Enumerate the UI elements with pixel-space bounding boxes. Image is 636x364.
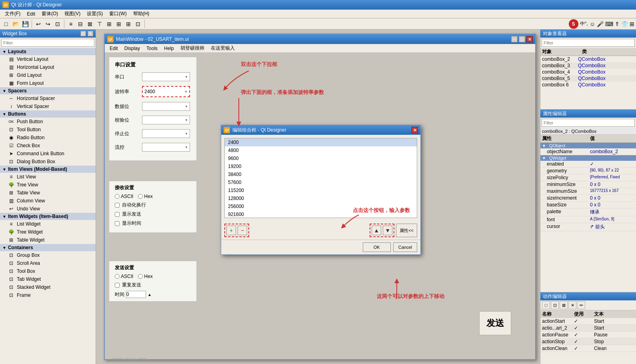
send-hex-radio[interactable] xyxy=(138,274,143,279)
widget-item-list-widget[interactable]: ≡ List Widget xyxy=(0,220,96,228)
widget-item-grid-layout[interactable]: ⊞ Grid Layout xyxy=(0,71,96,79)
list-item[interactable]: 4800 xyxy=(225,146,417,154)
list-item[interactable]: 19200 xyxy=(225,162,417,170)
widget-item-push-button[interactable]: OK Push Button xyxy=(0,118,96,126)
toolbar-undo[interactable]: ↩ xyxy=(34,20,43,28)
table-row[interactable]: comboBox_4 QComboBox xyxy=(540,69,636,75)
dialog-ok-btn[interactable]: OK xyxy=(363,242,391,252)
receive-ascii-radio[interactable] xyxy=(115,194,120,199)
widget-item-tree-view[interactable]: 🌳 Tree View xyxy=(0,181,96,189)
toolbar-layout6[interactable]: ⊞ xyxy=(114,20,123,28)
widget-item-form-layout[interactable]: ▦ Form Layout xyxy=(0,79,96,87)
widget-item-group-box[interactable]: ⊡ Group Box xyxy=(0,251,96,259)
send-ascii-radio[interactable] xyxy=(115,274,120,279)
dialog-remove-btn[interactable]: − xyxy=(238,226,247,235)
time-up-btn[interactable]: ▲ xyxy=(148,292,152,297)
combo-items-list[interactable]: 2400 4800 9600 19200 38400 57600 115200 … xyxy=(224,138,417,218)
designer-menu-enter[interactable]: 在这里输入 xyxy=(208,44,238,52)
widget-item-dialog-button-box[interactable]: ⊡ Dialog Button Box xyxy=(0,158,96,166)
widget-item-list-view[interactable]: ≡ List View xyxy=(0,173,96,181)
table-row[interactable]: comboBox_2 QComboBox xyxy=(540,56,636,62)
menu-windowmenu[interactable]: 窗口(W) xyxy=(106,10,130,18)
category-item-widgets[interactable]: ▼ Item Widgets (Item-Based) xyxy=(0,213,96,220)
prop-row[interactable]: sizePolicy [Preferred, Fixed xyxy=(540,174,636,181)
baud-rate-combo[interactable]: 2400 ▼ xyxy=(142,86,190,97)
widget-item-tool-box[interactable]: ⊡ Tool Box xyxy=(0,267,96,275)
toolbar-layout8[interactable]: ⊡ xyxy=(134,20,142,28)
show-time-checkbox[interactable] xyxy=(115,221,120,226)
category-layouts[interactable]: ▼ Layouts xyxy=(0,48,96,55)
toolbar-layout4[interactable]: ⊤ xyxy=(95,20,104,28)
serial-port-combo[interactable]: ▼ xyxy=(142,72,190,81)
window-maximize-btn[interactable]: □ xyxy=(519,36,525,42)
widget-item-command-link[interactable]: ➤ Command Link Button xyxy=(0,150,96,158)
prop-row[interactable]: palette 继承 xyxy=(540,208,636,216)
table-row[interactable]: actio...art_2 ✓ Start xyxy=(540,325,636,332)
object-inspector-filter[interactable] xyxy=(542,39,635,47)
action-edit-btn[interactable]: ✏ xyxy=(577,301,585,309)
dialog-move-up-btn[interactable]: ▲ xyxy=(372,226,381,235)
widget-box-close-btn[interactable]: ✕ xyxy=(88,31,93,36)
prop-row[interactable]: font A [SimSun, 9] xyxy=(540,216,636,223)
window-close-btn[interactable]: ✕ xyxy=(526,36,533,42)
designer-menu-edit[interactable]: Edit xyxy=(106,45,121,52)
toolbar-open[interactable]: 📂 xyxy=(11,20,20,28)
widget-item-undo-view[interactable]: ↩ Undo View xyxy=(0,205,96,213)
widget-box-float-btn[interactable]: ⊡ xyxy=(80,31,86,36)
dialog-close-btn[interactable]: ✕ xyxy=(412,127,418,133)
category-buttons[interactable]: ▼ Buttons xyxy=(0,110,96,118)
menu-edit[interactable]: Edit xyxy=(24,10,38,18)
table-row[interactable]: comboBox_5 QComboBox xyxy=(540,75,636,82)
widget-item-vertical-layout[interactable]: ▤ Vertical Layout xyxy=(0,55,96,63)
prop-group-qobject[interactable]: ▼ QObject xyxy=(540,143,636,148)
window-minimize-btn[interactable]: ─ xyxy=(511,36,518,42)
toolbar-layout5[interactable]: ⊞ xyxy=(105,20,114,28)
toolbar-redo[interactable]: ↪ xyxy=(44,20,52,28)
designer-menu-tools[interactable]: Tools xyxy=(143,45,161,52)
parity-combo[interactable]: ▼ xyxy=(142,116,190,124)
widget-item-tool-button[interactable]: ⊡ Tool Button xyxy=(0,126,96,134)
toolbar-select[interactable]: ⊡ xyxy=(53,20,62,28)
menu-help[interactable]: 帮助(H) xyxy=(130,10,153,18)
widget-item-scroll-area[interactable]: ⊡ Scroll Area xyxy=(0,259,96,267)
prop-row[interactable]: cursor ↱ 箭头 xyxy=(540,223,636,231)
table-row[interactable]: actionPause ✓ Pause xyxy=(540,332,636,338)
toolbar-layout2[interactable]: ⊟ xyxy=(76,20,85,28)
action-delete-btn[interactable]: ⊠ xyxy=(560,301,568,309)
list-item[interactable]: 128000 xyxy=(225,194,417,202)
widget-item-stacked-widget[interactable]: ⊡ Stacked Widget xyxy=(0,283,96,291)
menu-file[interactable]: 文件(F) xyxy=(2,10,24,18)
prop-row[interactable]: maximumSize 16777215 x 167 xyxy=(540,188,636,195)
send-ascii-label[interactable]: ASCII xyxy=(115,274,133,279)
data-bits-combo[interactable]: ▼ xyxy=(142,102,190,111)
list-item[interactable]: 9600 xyxy=(225,154,417,162)
show-send-checkbox[interactable] xyxy=(115,212,120,217)
category-containers[interactable]: ▼ Containers xyxy=(0,244,96,251)
prop-row[interactable]: baseSize 0 x 0 xyxy=(540,202,636,208)
stop-bits-combo[interactable]: ▼ xyxy=(142,129,190,138)
prop-group-qwidget[interactable]: ▼ QWidget xyxy=(540,155,636,161)
send-hex-label[interactable]: Hex xyxy=(138,274,152,279)
toolbar-layout1[interactable]: ≡ xyxy=(66,20,75,28)
receive-hex-label[interactable]: Hex xyxy=(138,194,152,199)
list-item[interactable]: 38400 xyxy=(225,170,417,178)
widget-item-radio-button[interactable]: ◉ Radio Button xyxy=(0,134,96,142)
widget-item-column-view[interactable]: ▥ Column View xyxy=(0,197,96,205)
list-item[interactable]: 57600 xyxy=(225,178,417,186)
dialog-add-btn[interactable]: + xyxy=(226,226,236,235)
dialog-props-btn[interactable]: 属性<< xyxy=(396,224,417,237)
prop-row[interactable]: objectName comboBox_2 xyxy=(540,148,636,155)
receive-ascii-label[interactable]: ASCII xyxy=(115,194,133,199)
toolbar-new[interactable]: □ xyxy=(2,20,10,28)
menu-window[interactable]: 窗体(O) xyxy=(38,10,61,18)
category-item-views[interactable]: ▼ Item Views (Model-Based) xyxy=(0,166,96,173)
prop-filter-input[interactable] xyxy=(542,119,635,127)
widget-item-table-view[interactable]: ⊞ Table View xyxy=(0,189,96,197)
widget-item-tab-widget[interactable]: ⊡ Tab Widget xyxy=(0,275,96,283)
category-spacers[interactable]: ▼ Spacers xyxy=(0,87,96,94)
action-filter-btn[interactable]: ✕ xyxy=(568,301,576,309)
designer-menu-custom1[interactable]: 胡登硕很帅 xyxy=(177,44,208,52)
table-row[interactable]: comboBox_3 QComboBox xyxy=(540,62,636,69)
dialog-cancel-btn[interactable]: Cancel xyxy=(393,242,417,252)
menu-settings[interactable]: 设置(S) xyxy=(84,10,106,18)
